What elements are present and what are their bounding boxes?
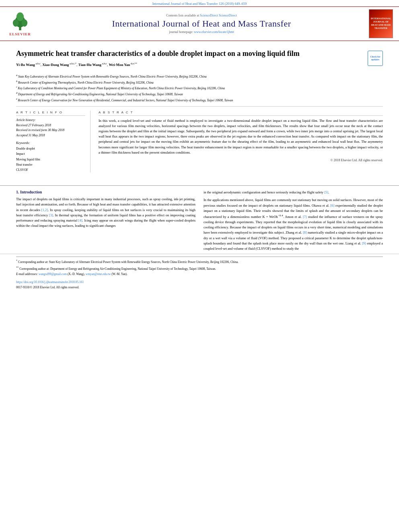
keyword-3: Moving liquid film [16, 157, 85, 162]
svg-point-3 [22, 19, 28, 27]
authors-line: Yi-Bo Wang a,b,c, Xiao-Dong Wang a,b,c,*… [16, 62, 364, 68]
affiliations: a State Key Laboratory of Alternate Elec… [16, 73, 383, 107]
history-received: Received 27 February 2018 [16, 123, 85, 128]
journal-cover-image: INTERNATIONAL JOURNAL OF HEAT AND MASS T… [369, 9, 393, 38]
footnote-2: ** Corresponding author at: Department o… [16, 265, 383, 271]
section-separator [0, 185, 399, 186]
elsevier-logo: ELSEVIER [4, 11, 36, 36]
affil-row-d: d Department of Energy and Refrigerating… [16, 91, 383, 97]
keyword-2: Impact [16, 151, 85, 156]
article-history: Article history: Received 27 February 20… [16, 118, 85, 138]
body-right-column: in the original aerodynamic configuratio… [204, 190, 383, 254]
author-4: Wei-Mon Yan [109, 63, 130, 67]
journal-title: International Journal of Heat and Mass T… [40, 18, 363, 29]
affil-row-b: b Research Center of Engineering Thermop… [16, 79, 383, 85]
abstract-label: A B S T R A C T [99, 111, 383, 116]
top-banner-text: International Journal of Heat and Mass T… [152, 2, 247, 6]
abstract-copyright: © 2018 Elsevier Ltd. All rights reserved… [99, 158, 383, 162]
author-1: Yi-Bo Wang [16, 63, 35, 67]
ref-6: [6] [330, 203, 334, 207]
article-area: Asymmetric heat transfer characteristics… [0, 41, 399, 181]
keyword-4: Heat transfer [16, 162, 85, 167]
history-title: Article history: [16, 118, 85, 122]
svg-point-4 [16, 12, 24, 21]
article-title: Asymmetric heat transfer characteristics… [16, 49, 364, 58]
body-left-column: 1. Introduction The impact of droplets o… [16, 190, 195, 254]
ref-4: [4] [78, 218, 82, 222]
doi-link[interactable]: https://doi.org/10.1016/j.ijheatmasstran… [16, 280, 84, 284]
history-revised: Received in revised form 30 May 2018 [16, 128, 85, 133]
elsevier-label: ELSEVIER [9, 32, 31, 36]
ref-9: [9] [362, 241, 366, 245]
contents-line: Contents lists available at ScienceDirec… [40, 14, 363, 17]
article-title-section: Asymmetric heat transfer characteristics… [16, 49, 364, 70]
doi-line: https://doi.org/10.1016/j.ijheatmasstran… [16, 280, 383, 285]
ref-8: [8] [303, 230, 307, 234]
affil-row-e: e Research Center of Energy Conservation… [16, 97, 383, 103]
article-info-abstract-section: A R T I C L E I N F O Article history: R… [16, 111, 383, 173]
ref-7: [7] [303, 215, 307, 219]
homepage-link[interactable]: www.elsevier.com/locate/ijhmt [194, 30, 234, 34]
svg-point-2 [13, 19, 19, 27]
author-3: Tian-Hu Wang [78, 63, 101, 67]
check-updates-label: Check for updates [368, 55, 383, 61]
body-content: 1. Introduction The impact of droplets o… [0, 190, 399, 254]
footnote-email: E-mail addresses: wangxd99@gmail.com (X.… [16, 272, 383, 277]
keywords-section: Keywords: Double droplet Impact Moving l… [16, 141, 85, 173]
keyword-5: CLSVOF [16, 167, 85, 173]
section1-heading: 1. Introduction [16, 190, 195, 194]
doi-footer: https://doi.org/10.1016/j.ijheatmasstran… [0, 277, 399, 290]
email-link-2[interactable]: wmyan@ntut.edu.tw [86, 272, 111, 276]
body-para-1: The impact of droplets on liquid films i… [16, 197, 195, 228]
affil-row-c: c Key Laboratory of Condition Monitoring… [16, 85, 383, 90]
keyword-1: Double droplet [16, 146, 85, 151]
body-para-3: In the applications mentioned above, liq… [204, 197, 383, 251]
elsevier-tree-icon [8, 11, 32, 31]
article-info-column: A R T I C L E I N F O Article history: R… [16, 111, 90, 173]
ref-5: [5] [324, 190, 328, 194]
keywords-title: Keywords: [16, 141, 85, 145]
body-para-2: in the original aerodynamic configuratio… [204, 190, 383, 195]
issn-copyright: 0017-9310/© 2018 Elsevier Ltd. All right… [16, 285, 383, 290]
journal-header: ELSEVIER Contents lists available at Sci… [0, 6, 399, 41]
footnotes-area: * Corresponding author at: State Key Lab… [0, 254, 399, 277]
affil-row-a: a State Key Laboratory of Alternate Elec… [16, 73, 383, 79]
article-info-label: A R T I C L E I N F O [16, 111, 85, 116]
journal-thumbnail: INTERNATIONAL JOURNAL OF HEAT AND MASS T… [367, 9, 395, 38]
email-link-1[interactable]: wangxd99@gmail.com [39, 272, 67, 276]
check-for-updates-badge: Check for updates [368, 51, 383, 70]
top-banner: International Journal of Heat and Mass T… [0, 0, 399, 6]
sciencedirect-link[interactable]: ScienceDirect [200, 14, 218, 17]
ref-3: [3] [49, 213, 53, 217]
abstract-column: A B S T R A C T In this work, a coupled … [99, 111, 383, 173]
footnote-1: * Corresponding author at: State Key Lab… [16, 259, 383, 265]
abstract-text: In this work, a coupled level-set and vo… [99, 118, 383, 155]
ref-1-2: [1,2] [41, 208, 48, 212]
author-2: Xiao-Dong Wang [42, 63, 69, 67]
journal-center: Contents lists available at ScienceDirec… [40, 14, 363, 34]
article-title-block: Asymmetric heat transfer characteristics… [16, 49, 383, 70]
history-accepted: Accepted 31 May 2018 [16, 133, 85, 138]
journal-homepage: journal homepage: www.elsevier.com/locat… [40, 30, 363, 34]
